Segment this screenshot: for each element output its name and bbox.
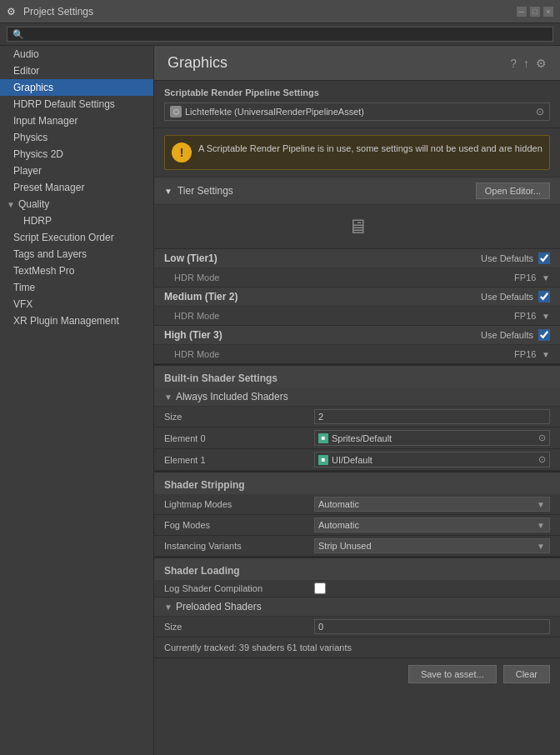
content-header: Graphics ? ↑ ⚙ [154, 46, 560, 81]
sidebar-item-physics[interactable]: Physics [0, 129, 153, 146]
builtin-shader-header: Built-in Shader Settings [154, 364, 560, 388]
sidebar-item-textmesh-pro[interactable]: TextMesh Pro [0, 262, 153, 279]
sidebar: Audio Editor Graphics HDRP Default Setti… [0, 46, 154, 755]
status-row: Currently tracked: 39 shaders 61 total v… [154, 638, 560, 658]
window-controls: ─ □ × [517, 7, 553, 17]
instancing-variants-select-wrap: Strip Unused ▼ [314, 538, 550, 553]
sidebar-item-graphics[interactable]: Graphics [0, 79, 153, 96]
instancing-variants-select[interactable]: Strip Unused [314, 538, 550, 553]
tier-low-hdr-select[interactable]: FP16 [512, 271, 538, 284]
sidebar-item-script-execution[interactable]: Script Execution Order [0, 229, 153, 246]
instancing-variants-label: Instancing Variants [164, 541, 314, 551]
window-title: Project Settings [23, 6, 93, 18]
lightmap-modes-label: Lightmap Modes [164, 499, 314, 509]
log-compilation-checkbox[interactable] [314, 582, 326, 594]
minimize-button[interactable]: ─ [517, 7, 527, 17]
lightmap-modes-select[interactable]: Automatic [314, 497, 550, 512]
element0-label: Element 0 [164, 433, 314, 443]
pipeline-asset-name: Lichteffekte (UniversalRenderPipelineAss… [185, 107, 536, 117]
element0-asset-text: Sprites/Default [332, 433, 538, 443]
always-included-title: Always Included Shaders [176, 391, 288, 402]
clear-button[interactable]: Clear [503, 665, 550, 683]
fog-modes-row: Fog Modes Automatic ▼ [154, 515, 560, 536]
tier-settings-title: ▼ Tier Settings [164, 185, 233, 197]
element0-expand-icon[interactable]: ⊙ [538, 432, 546, 443]
preloaded-size-input[interactable] [314, 619, 550, 634]
tier-high-hdr-select[interactable]: FP16 [512, 348, 538, 361]
fog-modes-select[interactable]: Automatic [314, 518, 550, 532]
element1-row: Element 1 ■ UI/Default ⊙ [154, 449, 560, 471]
sidebar-item-hdrp[interactable]: HDRP [0, 212, 153, 229]
tier-medium-hdr-row: HDR Mode FP16 ▼ [154, 307, 560, 326]
sidebar-item-quality[interactable]: ▼ Quality [0, 196, 153, 212]
fog-modes-label: Fog Modes [164, 520, 314, 530]
tier-high-checkbox[interactable] [538, 329, 550, 341]
lightmap-modes-select-wrap: Automatic ▼ [314, 497, 550, 512]
bottom-bar: Save to asset... Clear [154, 658, 560, 690]
restore-button[interactable]: □ [530, 7, 540, 17]
sidebar-item-preset-manager[interactable]: Preset Manager [0, 179, 153, 196]
tier-low-row: Low (Tier1) Use Defaults [154, 249, 560, 268]
sidebar-item-tags-layers[interactable]: Tags and Layers [0, 246, 153, 262]
shader-size-label: Size [164, 412, 314, 422]
sidebar-item-time[interactable]: Time [0, 279, 153, 296]
tier-low-use-defaults: Use Defaults [481, 253, 533, 263]
save-to-asset-button[interactable]: Save to asset... [408, 665, 497, 683]
tier-low-dropdown-icon: ▼ [542, 273, 550, 282]
tier-medium-hdr-select[interactable]: FP16 [512, 309, 538, 322]
sidebar-item-xr-plugin[interactable]: XR Plugin Management [0, 312, 153, 329]
tier-low-label: Low (Tier1) [164, 252, 481, 264]
title-bar: ⚙ Project Settings ─ □ × [0, 0, 560, 23]
tier-low-hdr-label: HDR Mode [174, 272, 512, 282]
sidebar-item-audio[interactable]: Audio [0, 46, 153, 62]
always-included-header[interactable]: ▼ Always Included Shaders [154, 388, 560, 407]
close-button[interactable]: × [543, 7, 553, 17]
pipeline-expand-icon[interactable]: ⊙ [536, 106, 544, 118]
always-collapse-arrow-icon: ▼ [164, 392, 172, 402]
shader-stripping-header: Shader Stripping [154, 471, 560, 494]
lightmap-modes-row: Lightmap Modes Automatic ▼ [154, 494, 560, 515]
warning-text: A Scriptable Render Pipeline is in use, … [198, 142, 542, 155]
element1-expand-icon[interactable]: ⊙ [538, 454, 546, 465]
preloaded-size-label: Size [164, 622, 314, 632]
sidebar-item-editor[interactable]: Editor [0, 62, 153, 79]
tier-collapse-arrow-icon: ▼ [164, 187, 172, 196]
upload-icon[interactable]: ↑ [523, 57, 529, 70]
sidebar-item-player[interactable]: Player [0, 162, 153, 179]
fog-modes-select-wrap: Automatic ▼ [314, 518, 550, 532]
quality-arrow-icon: ▼ [7, 200, 15, 209]
tier-medium-hdr-select-wrap: FP16 ▼ [512, 309, 550, 322]
preloaded-shaders-header[interactable]: ▼ Preloaded Shaders [154, 598, 560, 617]
help-icon[interactable]: ? [510, 57, 517, 70]
element1-asset-row[interactable]: ■ UI/Default ⊙ [314, 452, 550, 468]
pipeline-asset-icon: ⬡ [170, 106, 182, 118]
open-editor-button[interactable]: Open Editor... [476, 182, 550, 199]
tier-medium-checkbox[interactable] [538, 291, 550, 302]
monitor-icon: 🖥 [348, 215, 368, 238]
tier-medium-hdr-label: HDR Mode [174, 311, 512, 321]
instancing-variants-row: Instancing Variants Strip Unused ▼ [154, 536, 560, 557]
header-icons: ? ↑ ⚙ [510, 57, 547, 70]
shader-size-input[interactable] [314, 409, 550, 424]
tier-high-label: High (Tier 3) [164, 329, 481, 341]
tier-low-hdr-row: HDR Mode FP16 ▼ [154, 268, 560, 288]
gear-icon[interactable]: ⚙ [536, 57, 547, 70]
sidebar-item-physics2d[interactable]: Physics 2D [0, 146, 153, 162]
sidebar-item-hdrp-default[interactable]: HDRP Default Settings [0, 96, 153, 112]
pipeline-asset-row[interactable]: ⬡ Lichteffekte (UniversalRenderPipelineA… [164, 102, 550, 121]
tier-low-hdr-select-wrap: FP16 ▼ [512, 271, 550, 284]
element0-asset-row[interactable]: ■ Sprites/Default ⊙ [314, 430, 550, 446]
tier-medium-row: Medium (Tier 2) Use Defaults [154, 288, 560, 307]
content-area: Graphics ? ↑ ⚙ Scriptable Render Pipelin… [154, 46, 560, 755]
search-input[interactable] [7, 27, 553, 42]
tier-low-checkbox[interactable] [538, 252, 550, 264]
tier-settings-header[interactable]: ▼ Tier Settings Open Editor... [154, 177, 560, 205]
element1-asset-icon: ■ [318, 455, 328, 465]
preloaded-size-row: Size [154, 617, 560, 638]
tier-medium-dropdown-icon: ▼ [542, 312, 550, 321]
element0-row: Element 0 ■ Sprites/Default ⊙ [154, 428, 560, 449]
element1-label: Element 1 [164, 455, 314, 465]
sidebar-item-input-manager[interactable]: Input Manager [0, 112, 153, 129]
app-icon: ⚙ [7, 6, 18, 18]
sidebar-item-vfx[interactable]: VFX [0, 296, 153, 312]
